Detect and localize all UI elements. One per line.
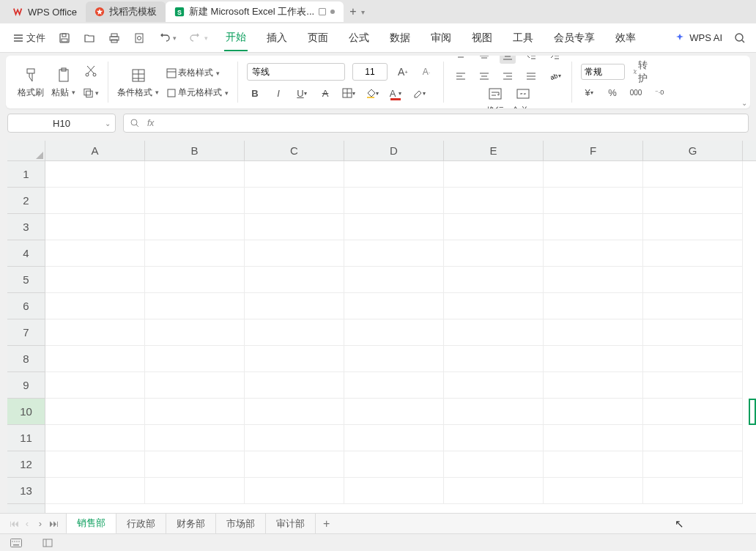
align-top-button[interactable] bbox=[453, 56, 469, 64]
col-header[interactable]: G bbox=[643, 141, 743, 160]
table-style-icon-button[interactable] bbox=[130, 66, 147, 85]
cell[interactable] bbox=[544, 240, 643, 267]
sheet-tab[interactable]: 销售部 bbox=[66, 514, 116, 534]
undo-button[interactable]: ▾ bbox=[152, 28, 182, 48]
cell[interactable] bbox=[643, 372, 743, 399]
cell[interactable] bbox=[344, 267, 444, 293]
tab-view[interactable]: 视图 bbox=[470, 26, 494, 51]
cell[interactable] bbox=[245, 451, 344, 478]
cell[interactable] bbox=[245, 214, 344, 240]
table-style-button[interactable]: 表格样式 bbox=[166, 67, 229, 79]
cell[interactable] bbox=[145, 478, 245, 504]
cell[interactable] bbox=[544, 319, 643, 346]
cell[interactable] bbox=[145, 267, 245, 293]
cell[interactable] bbox=[145, 451, 245, 478]
justify-button[interactable] bbox=[523, 68, 539, 84]
app-tab-document[interactable]: S 新建 Microsoft Excel 工作表... bbox=[166, 1, 344, 22]
tab-start[interactable]: 开始 bbox=[224, 25, 248, 51]
cell[interactable] bbox=[544, 451, 643, 478]
cell[interactable] bbox=[444, 240, 544, 267]
increase-font-button[interactable]: A+ bbox=[395, 64, 411, 80]
align-middle-button[interactable] bbox=[476, 56, 492, 64]
cell[interactable] bbox=[643, 451, 743, 478]
print-preview-button[interactable] bbox=[127, 28, 151, 48]
cell[interactable] bbox=[344, 478, 444, 504]
add-sheet-button[interactable]: + bbox=[316, 517, 337, 530]
redo-button[interactable]: ▾ bbox=[184, 28, 214, 48]
row-header[interactable]: 13 bbox=[7, 478, 45, 504]
cell[interactable] bbox=[45, 161, 145, 188]
cell[interactable] bbox=[45, 188, 145, 214]
underline-button[interactable]: U▾ bbox=[294, 85, 310, 101]
cell[interactable] bbox=[643, 188, 743, 214]
app-tab-templates[interactable]: 找稻壳模板 bbox=[86, 1, 166, 22]
cell[interactable] bbox=[145, 399, 245, 425]
bold-button[interactable]: B bbox=[247, 85, 263, 101]
cell[interactable] bbox=[444, 267, 544, 293]
cell[interactable] bbox=[643, 240, 743, 267]
zoom-icon[interactable] bbox=[130, 118, 140, 128]
cell[interactable] bbox=[245, 161, 344, 188]
cell[interactable] bbox=[45, 372, 145, 399]
decrease-indent-button[interactable] bbox=[523, 56, 539, 64]
cell[interactable] bbox=[45, 267, 145, 293]
sheet-nav-prev[interactable]: ‹ bbox=[21, 517, 34, 530]
cell[interactable] bbox=[643, 161, 743, 188]
cell[interactable] bbox=[245, 399, 344, 425]
row-header[interactable]: 7 bbox=[7, 319, 45, 346]
align-center-button[interactable] bbox=[476, 68, 492, 84]
cell[interactable] bbox=[145, 293, 245, 319]
copy-button[interactable] bbox=[83, 85, 99, 101]
comma-button[interactable]: 000 bbox=[628, 84, 644, 100]
cell[interactable] bbox=[544, 267, 643, 293]
cell[interactable] bbox=[344, 161, 444, 188]
cell[interactable] bbox=[45, 478, 145, 504]
search-button[interactable] bbox=[734, 32, 746, 44]
cell[interactable] bbox=[544, 372, 643, 399]
cell[interactable] bbox=[544, 399, 643, 425]
increase-indent-button[interactable] bbox=[546, 56, 563, 64]
ribbon-expand-icon[interactable]: ⌄ bbox=[741, 99, 747, 107]
cell[interactable] bbox=[444, 425, 544, 451]
cell[interactable] bbox=[544, 214, 643, 240]
row-header[interactable]: 1 bbox=[7, 161, 45, 188]
decrease-decimal-button[interactable]: ⁻·0 bbox=[651, 84, 667, 100]
cell[interactable] bbox=[245, 346, 344, 372]
cell[interactable] bbox=[245, 267, 344, 293]
cell-style-button[interactable]: 单元格样式 bbox=[166, 86, 229, 99]
name-box[interactable]: H10 ⌄ bbox=[7, 114, 116, 133]
sheet-nav-last[interactable]: ⏭ bbox=[47, 517, 60, 530]
cell[interactable] bbox=[45, 293, 145, 319]
select-all-corner[interactable] bbox=[7, 141, 45, 161]
col-header[interactable]: D bbox=[344, 141, 444, 160]
sheet-tab[interactable]: 财务部 bbox=[166, 514, 216, 534]
cell[interactable] bbox=[444, 451, 544, 478]
tab-member[interactable]: 会员专享 bbox=[552, 26, 596, 51]
row-header[interactable]: 10 bbox=[7, 399, 45, 425]
cell[interactable] bbox=[344, 425, 444, 451]
strikethrough-button[interactable]: A bbox=[317, 85, 333, 101]
cell[interactable] bbox=[344, 319, 444, 346]
tab-review[interactable]: 审阅 bbox=[429, 26, 453, 51]
tab-insert[interactable]: 插入 bbox=[265, 26, 289, 51]
row-header[interactable]: 3 bbox=[7, 214, 45, 240]
cell[interactable] bbox=[344, 451, 444, 478]
cell[interactable] bbox=[145, 188, 245, 214]
align-left-button[interactable] bbox=[453, 68, 469, 84]
keyboard-icon[interactable] bbox=[10, 539, 22, 547]
cell[interactable] bbox=[145, 240, 245, 267]
cell[interactable] bbox=[245, 319, 344, 346]
cell[interactable] bbox=[544, 293, 643, 319]
cell[interactable] bbox=[444, 161, 544, 188]
print-button[interactable] bbox=[103, 28, 126, 48]
chevron-down-icon[interactable]: ▾ bbox=[361, 8, 365, 16]
cell[interactable] bbox=[444, 372, 544, 399]
cell[interactable] bbox=[45, 451, 145, 478]
cell[interactable] bbox=[444, 478, 544, 504]
number-format-select[interactable] bbox=[581, 64, 625, 80]
cell[interactable] bbox=[643, 214, 743, 240]
cell[interactable] bbox=[344, 399, 444, 425]
cell[interactable] bbox=[45, 425, 145, 451]
cond-format-label[interactable]: 条件格式 bbox=[117, 86, 159, 99]
merge-button[interactable] bbox=[515, 84, 531, 103]
